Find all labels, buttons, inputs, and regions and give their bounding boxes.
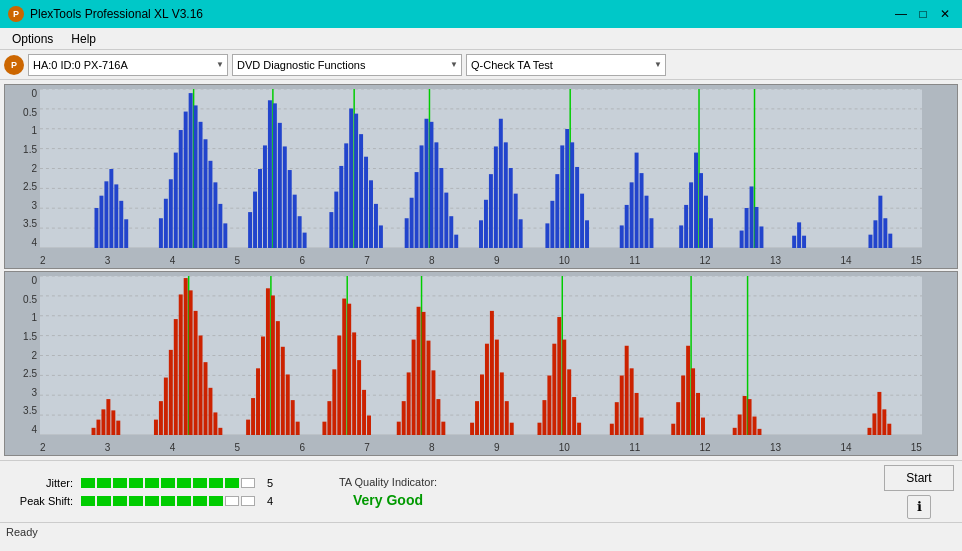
jitter-seg-3	[113, 478, 127, 488]
svg-rect-64	[439, 168, 443, 248]
x-label: 7	[364, 255, 370, 266]
info-button[interactable]: ℹ	[907, 495, 931, 519]
svg-rect-25	[199, 122, 203, 248]
window-title: PlexTools Professional XL V3.16	[30, 7, 203, 21]
svg-rect-15	[124, 219, 128, 248]
bottom-chart-container: 4 3.5 3 2.5 2 1.5 1 0.5 0	[4, 271, 958, 456]
svg-rect-221	[867, 428, 871, 435]
svg-rect-89	[630, 182, 634, 248]
svg-rect-176	[426, 341, 430, 435]
svg-rect-154	[281, 347, 285, 435]
drive-icon: P	[4, 55, 24, 75]
x-label: 5	[235, 255, 241, 266]
jitter-seg-4	[129, 478, 143, 488]
svg-rect-47	[344, 143, 348, 248]
test-select-wrapper: Q-Check TA Test	[466, 54, 666, 76]
svg-rect-132	[159, 401, 163, 435]
x-label: 11	[629, 442, 640, 453]
peak-seg-empty-1	[225, 496, 239, 506]
jitter-seg-2	[97, 478, 111, 488]
svg-rect-107	[759, 226, 763, 248]
svg-rect-86	[585, 220, 589, 248]
svg-rect-143	[208, 388, 212, 435]
svg-rect-29	[218, 204, 222, 248]
peak-seg-6	[161, 496, 175, 506]
jitter-seg-6	[161, 478, 175, 488]
function-select[interactable]: DVD Diagnostic Functions	[232, 54, 462, 76]
y-label: 4	[31, 238, 37, 248]
svg-rect-59	[420, 145, 424, 248]
minimize-button[interactable]: —	[892, 5, 910, 23]
test-select[interactable]: Q-Check TA Test	[466, 54, 666, 76]
svg-rect-68	[479, 220, 483, 248]
svg-rect-72	[499, 119, 503, 248]
svg-rect-103	[745, 208, 749, 248]
drive-select-wrapper: HA:0 ID:0 PX-716A	[28, 54, 228, 76]
svg-rect-214	[733, 428, 737, 435]
svg-rect-188	[510, 423, 514, 435]
svg-rect-168	[367, 416, 371, 435]
svg-rect-148	[256, 368, 260, 435]
y-label: 1	[31, 313, 37, 323]
svg-rect-37	[273, 103, 277, 248]
svg-rect-46	[339, 166, 343, 248]
action-area: Start ℹ	[884, 465, 954, 519]
bottom-chart-x-axis: 2 3 4 5 6 7 8 9 10 11 12 13 14 15	[40, 442, 922, 453]
jitter-seg-7	[177, 478, 191, 488]
drive-select[interactable]: HA:0 ID:0 PX-716A	[28, 54, 228, 76]
svg-rect-150	[266, 288, 270, 435]
svg-rect-183	[485, 344, 489, 435]
maximize-button[interactable]: □	[914, 5, 932, 23]
x-label: 2	[40, 442, 46, 453]
svg-rect-170	[402, 401, 406, 435]
svg-rect-108	[792, 236, 796, 248]
svg-rect-41	[293, 195, 297, 248]
svg-rect-139	[189, 290, 193, 435]
svg-rect-10	[99, 196, 103, 248]
svg-rect-208	[681, 376, 685, 435]
start-button[interactable]: Start	[884, 465, 954, 491]
svg-rect-65	[444, 193, 448, 248]
svg-rect-182	[480, 374, 484, 435]
x-label: 12	[700, 255, 711, 266]
svg-rect-133	[164, 378, 168, 435]
x-label: 8	[429, 255, 435, 266]
svg-rect-67	[454, 235, 458, 248]
bottom-chart-inner	[40, 276, 922, 435]
svg-rect-172	[412, 340, 416, 435]
svg-rect-177	[431, 370, 435, 435]
svg-rect-166	[357, 360, 361, 435]
x-label: 13	[770, 255, 781, 266]
svg-rect-43	[303, 233, 307, 248]
svg-rect-88	[625, 205, 629, 248]
svg-rect-179	[441, 422, 445, 435]
svg-rect-128	[106, 399, 110, 435]
svg-rect-178	[436, 399, 440, 435]
svg-rect-100	[704, 196, 708, 248]
menu-help[interactable]: Help	[63, 30, 104, 48]
svg-rect-40	[288, 170, 292, 248]
menu-options[interactable]: Options	[4, 30, 61, 48]
ta-quality-value: Very Good	[353, 492, 423, 508]
bottom-chart-svg	[40, 276, 922, 435]
svg-rect-157	[296, 422, 300, 435]
svg-rect-144	[213, 412, 217, 435]
close-button[interactable]: ✕	[936, 5, 954, 23]
y-label: 3.5	[23, 219, 37, 229]
jitter-value: 5	[267, 477, 273, 489]
x-label: 6	[299, 255, 305, 266]
svg-rect-87	[620, 225, 624, 248]
svg-rect-106	[755, 207, 759, 248]
svg-rect-202	[625, 346, 629, 435]
x-label: 12	[700, 442, 711, 453]
bottom-chart-y-axis: 4 3.5 3 2.5 2 1.5 1 0.5 0	[5, 276, 40, 435]
svg-rect-137	[184, 278, 188, 435]
svg-rect-50	[354, 114, 358, 248]
svg-rect-197	[572, 397, 576, 435]
x-label: 14	[840, 255, 851, 266]
svg-rect-125	[92, 428, 96, 435]
x-label: 6	[299, 442, 305, 453]
svg-rect-164	[347, 304, 351, 435]
svg-rect-101	[709, 218, 713, 248]
y-label: 3	[31, 201, 37, 211]
